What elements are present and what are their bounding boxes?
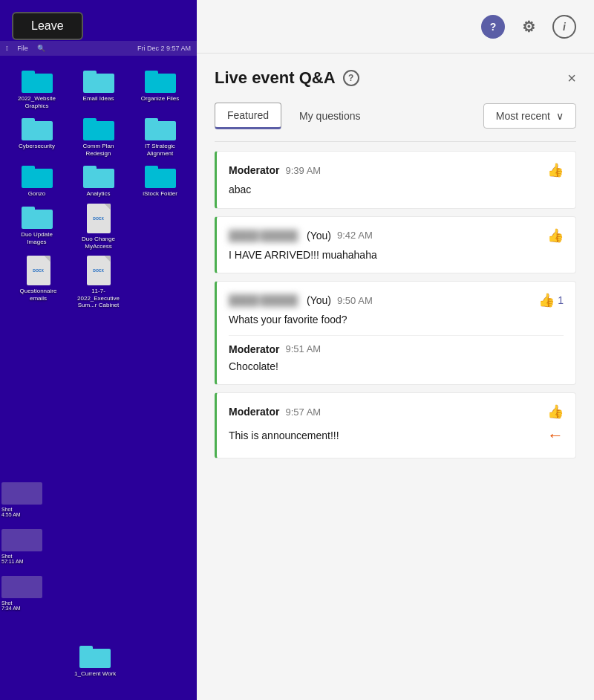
tab-my-questions[interactable]: My questions bbox=[287, 104, 372, 128]
doc-icon bbox=[87, 204, 111, 233]
list-item[interactable]: iStock Folder bbox=[132, 163, 188, 198]
icon-label: Duo Change MyAccess bbox=[76, 236, 121, 250]
message-time: 9:57 AM bbox=[285, 406, 321, 418]
list-item[interactable]: Email Ideas bbox=[71, 68, 126, 109]
thumbs-up-filled-icon: 👍 bbox=[538, 292, 555, 308]
folder-icon bbox=[22, 204, 53, 229]
menubar-apple:  bbox=[6, 45, 8, 52]
sender-name: Moderator bbox=[229, 164, 279, 176]
sort-dropdown[interactable]: Most recent ∨ bbox=[483, 103, 576, 129]
partial-label: Shot4:55 AM bbox=[1, 507, 21, 517]
list-item[interactable]: IT Strategic Alignment bbox=[132, 115, 188, 157]
like-button[interactable]: 👍 bbox=[547, 227, 564, 244]
icon-grid: 2022_Website Graphics Email Ideas Organi… bbox=[6, 65, 191, 312]
reply-arrow-icon[interactable]: ← bbox=[547, 424, 564, 447]
sort-label: Most recent bbox=[496, 110, 550, 122]
header-help-icon[interactable]: ? bbox=[343, 70, 359, 86]
icon-label: iStock Folder bbox=[143, 190, 177, 198]
message-time: 9:51 AM bbox=[285, 343, 321, 354]
icon-label: Duo Update Images bbox=[15, 231, 59, 245]
help-tooltip-icon[interactable]: ? bbox=[481, 15, 505, 39]
message-text: abac bbox=[229, 183, 564, 198]
icon-label: 1_Current Work bbox=[74, 670, 116, 678]
list-item[interactable]: Organize Files bbox=[132, 68, 188, 109]
close-button[interactable]: × bbox=[567, 71, 576, 85]
list-item[interactable]: 1_Current Work bbox=[74, 643, 116, 678]
folder-icon bbox=[145, 115, 176, 140]
message-header: ████ █████ (You) 9:50 AM 👍 1 bbox=[229, 292, 564, 308]
menubar-time: Fri Dec 2 9:57 AM bbox=[137, 45, 191, 52]
info-icon[interactable]: i bbox=[552, 15, 576, 39]
tabs-row: Featured My questions Most recent ∨ bbox=[215, 103, 576, 129]
main-content: Live event Q&A ? × Featured My questions… bbox=[197, 54, 594, 700]
thumbs-up-icon: 👍 bbox=[547, 162, 564, 178]
gear-icon: ⚙ bbox=[522, 18, 535, 36]
list-item[interactable]: Duo Update Images bbox=[9, 204, 65, 250]
icon-label: Email Ideas bbox=[83, 95, 114, 103]
announcement-text: This is announcement!!! bbox=[229, 429, 339, 444]
list-item[interactable]: Gonzo bbox=[9, 163, 65, 198]
list-item[interactable]: 11-7-2022_Executive Sum...r Cabinet bbox=[71, 256, 126, 309]
message-text: Chocolate! bbox=[229, 360, 564, 375]
like-button[interactable]: 👍 bbox=[547, 404, 564, 420]
icon-label: Questionnaire emails bbox=[16, 288, 61, 302]
message-header: Moderator 9:57 AM 👍 bbox=[229, 404, 564, 420]
partial-label: Shot7:34 AM bbox=[1, 600, 21, 611]
you-badge: (You) bbox=[304, 230, 331, 242]
table-row: ████ █████ (You) 9:42 AM 👍 I HAVE ARRIVE… bbox=[215, 216, 576, 274]
list-item[interactable]: Analytics bbox=[71, 163, 126, 198]
message-text: This is announcement!!! ← bbox=[229, 424, 564, 447]
message-header: ████ █████ (You) 9:42 AM 👍 bbox=[229, 227, 564, 244]
like-count: 1 bbox=[558, 294, 564, 306]
like-button[interactable]: 👍 bbox=[547, 162, 564, 178]
chevron-down-icon: ∨ bbox=[556, 110, 564, 122]
message-text: I HAVE ARRIVED!!! muahahaha bbox=[229, 248, 564, 263]
tab-featured[interactable]: Featured bbox=[215, 103, 281, 129]
message-text: Whats your favorite food? bbox=[229, 313, 564, 328]
folder-icon bbox=[145, 163, 176, 188]
menubar-search: 🔍 bbox=[37, 45, 45, 52]
question-icon: ? bbox=[490, 21, 497, 33]
folder-icon bbox=[79, 643, 111, 668]
doc-icon bbox=[27, 256, 50, 285]
folder-icon bbox=[145, 68, 176, 93]
partial-screenshot-item: Shot4:55 AM bbox=[1, 482, 42, 517]
message-meta: Moderator 9:57 AM bbox=[229, 406, 321, 418]
message-meta: ████ █████ (You) 9:42 AM bbox=[229, 230, 373, 242]
toolbar: ? ⚙ i bbox=[197, 0, 594, 54]
messages-list: Moderator 9:39 AM 👍 abac ████ █████ (You… bbox=[215, 151, 576, 700]
settings-icon[interactable]: ⚙ bbox=[517, 15, 541, 39]
desktop-area: 2022_Website Graphics Email Ideas Organi… bbox=[0, 56, 197, 700]
sender-name: Moderator bbox=[229, 343, 279, 355]
page-title: Live event Q&A bbox=[215, 68, 336, 88]
header-title-group: Live event Q&A ? bbox=[215, 68, 359, 88]
list-item[interactable]: Questionnaire emails bbox=[12, 256, 65, 309]
icon-label: IT Strategic Alignment bbox=[138, 143, 183, 157]
list-item[interactable]: Cybersecurity bbox=[9, 115, 65, 157]
folder-icon bbox=[22, 115, 53, 140]
you-badge: (You) bbox=[304, 294, 331, 306]
left-panel: Leave  File 🔍 Fri Dec 2 9:57 AM 2022_We… bbox=[0, 0, 197, 700]
icon-label: Organize Files bbox=[141, 95, 180, 103]
info-circle-icon: i bbox=[563, 21, 566, 33]
divider bbox=[215, 141, 576, 142]
icon-label: Cybersecurity bbox=[19, 143, 55, 150]
thumbs-up-icon: 👍 bbox=[547, 404, 564, 420]
menubar-file: File bbox=[17, 45, 28, 52]
icon-label: 2022_Website Graphics bbox=[15, 95, 59, 109]
icon-label: 11-7-2022_Executive Sum...r Cabinet bbox=[76, 288, 121, 309]
list-item[interactable]: Comm Plan Redesign bbox=[71, 115, 126, 157]
message-time: 9:50 AM bbox=[337, 295, 373, 306]
thumbs-up-icon: 👍 bbox=[547, 227, 564, 244]
like-button[interactable]: 👍 1 bbox=[538, 292, 564, 308]
table-row: Moderator 9:57 AM 👍 This is announcement… bbox=[215, 392, 576, 458]
folder-icon bbox=[83, 68, 114, 93]
list-item[interactable]: Duo Change MyAccess bbox=[71, 204, 126, 250]
icon-label: Analytics bbox=[86, 190, 110, 198]
partial-screenshot-item: Shot57:11 AM bbox=[1, 529, 42, 564]
list-item[interactable]: 2022_Website Graphics bbox=[9, 68, 65, 109]
partial-screenshot-item: Shot7:34 AM bbox=[1, 576, 42, 611]
leave-button[interactable]: Leave bbox=[12, 12, 83, 40]
message-header: Moderator 9:39 AM 👍 bbox=[229, 162, 564, 178]
icon-label: Comm Plan Redesign bbox=[76, 143, 121, 157]
